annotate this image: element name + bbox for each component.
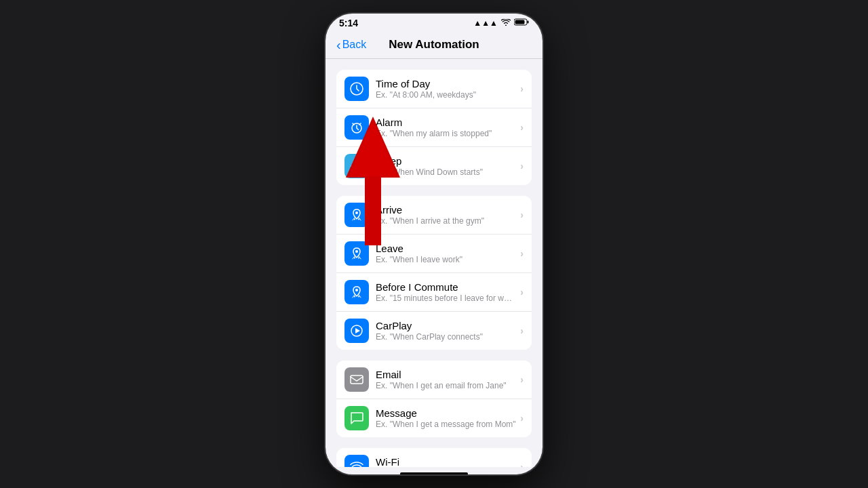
list-group-time: Time of Day Ex. "At 8:00 AM, weekdays" › <box>336 70 532 185</box>
wifi-text: Wi-Fi Ex. "When my iPhone joins home Wi-… <box>376 456 516 467</box>
home-indicator[interactable] <box>326 467 542 474</box>
list-item-carplay[interactable]: CarPlay Ex. "When CarPlay connects" › <box>336 312 532 350</box>
before-commute-subtitle: Ex. "15 minutes before I leave for work" <box>376 293 516 303</box>
time-of-day-title: Time of Day <box>376 78 516 89</box>
arrive-icon <box>344 203 369 227</box>
chevron-icon: › <box>520 248 524 259</box>
leave-subtitle: Ex. "When I leave work" <box>376 255 516 264</box>
sleep-subtitle: Ex. "When Wind Down starts" <box>376 167 516 177</box>
carplay-subtitle: Ex. "When CarPlay connects" <box>376 332 516 342</box>
back-label: Back <box>342 39 367 51</box>
svg-point-14 <box>355 250 358 253</box>
message-title: Message <box>376 407 516 419</box>
status-icons: ▲▲▲ <box>473 18 529 28</box>
list-item-email[interactable]: Email Ex. "When I get an email from Jane… <box>336 361 532 399</box>
home-bar <box>400 472 468 474</box>
section-communication: Email Ex. "When I get an email from Jane… <box>326 361 542 437</box>
content-scroll[interactable]: Time of Day Ex. "At 8:00 AM, weekdays" › <box>326 59 542 467</box>
page-title: New Automation <box>389 38 479 52</box>
carplay-icon <box>344 319 369 343</box>
back-arrow-icon: ‹ <box>336 38 341 52</box>
before-commute-text: Before I Commute Ex. "15 minutes before … <box>376 281 516 303</box>
chevron-icon: › <box>520 413 524 424</box>
signal-icon: ▲▲▲ <box>473 18 498 28</box>
svg-point-11 <box>355 211 358 214</box>
leave-icon <box>344 241 369 266</box>
wifi-icon <box>344 455 369 467</box>
chevron-icon: › <box>520 209 524 220</box>
svg-point-18 <box>354 296 355 298</box>
chevron-icon: › <box>520 462 524 467</box>
before-commute-icon <box>344 280 369 304</box>
svg-rect-1 <box>528 21 529 24</box>
svg-rect-2 <box>515 20 525 24</box>
sleep-icon <box>344 154 369 178</box>
list-group-communication: Email Ex. "When I get an email from Jane… <box>336 361 532 437</box>
status-time: 5:14 <box>339 18 358 28</box>
sleep-text: Sleep Ex. "When Wind Down starts" <box>376 155 516 177</box>
list-item-message[interactable]: Message Ex. "When I get a message from M… <box>336 399 532 437</box>
status-bar: 5:14 ▲▲▲ <box>326 14 542 33</box>
chevron-icon: › <box>520 374 524 385</box>
list-item-sleep[interactable]: Sleep Ex. "When Wind Down starts" › <box>336 147 532 185</box>
list-item-wifi[interactable]: Wi-Fi Ex. "When my iPhone joins home Wi-… <box>336 448 532 467</box>
time-of-day-icon <box>344 77 369 101</box>
wifi-title: Wi-Fi <box>376 456 516 467</box>
time-of-day-text: Time of Day Ex. "At 8:00 AM, weekdays" <box>376 78 516 100</box>
phone-frame: 5:14 ▲▲▲ ‹ Back <box>326 14 542 474</box>
list-item-alarm[interactable]: Alarm Ex. "When my alarm is stopped" › <box>336 108 532 147</box>
time-of-day-subtitle: Ex. "At 8:00 AM, weekdays" <box>376 90 516 100</box>
chevron-icon: › <box>520 325 524 336</box>
message-subtitle: Ex. "When I get a message from Mom" <box>376 420 516 429</box>
alarm-text: Alarm Ex. "When my alarm is stopped" <box>376 117 516 138</box>
leave-text: Leave Ex. "When I leave work" <box>376 243 516 264</box>
email-icon <box>344 367 369 392</box>
svg-point-15 <box>354 258 355 259</box>
arrive-title: Arrive <box>376 204 516 216</box>
message-text: Message Ex. "When I get a message from M… <box>376 407 516 429</box>
list-group-location: Arrive Ex. "When I arrive at the gym" › <box>336 196 532 350</box>
before-commute-title: Before I Commute <box>376 281 516 293</box>
chevron-icon: › <box>520 287 524 298</box>
svg-point-12 <box>354 219 355 220</box>
carplay-title: CarPlay <box>376 320 516 331</box>
arrive-text: Arrive Ex. "When I arrive at the gym" <box>376 204 516 226</box>
svg-marker-21 <box>355 328 360 333</box>
back-button[interactable]: ‹ Back <box>336 38 366 52</box>
nav-bar: ‹ Back New Automation <box>326 33 542 59</box>
list-item-arrive[interactable]: Arrive Ex. "When I arrive at the gym" › <box>336 196 532 235</box>
section-location-based: Arrive Ex. "When I arrive at the gym" › <box>326 196 542 350</box>
list-item-time-of-day[interactable]: Time of Day Ex. "At 8:00 AM, weekdays" › <box>336 70 532 108</box>
section-connectivity: Wi-Fi Ex. "When my iPhone joins home Wi-… <box>326 448 542 467</box>
chevron-icon: › <box>520 161 524 171</box>
svg-rect-22 <box>351 375 363 384</box>
list-item-before-commute[interactable]: Before I Commute Ex. "15 minutes before … <box>336 273 532 312</box>
battery-icon <box>514 18 529 28</box>
svg-point-16 <box>358 258 359 259</box>
sleep-title: Sleep <box>376 155 516 167</box>
email-title: Email <box>376 369 516 380</box>
alarm-subtitle: Ex. "When my alarm is stopped" <box>376 129 516 138</box>
svg-point-19 <box>358 296 359 298</box>
svg-rect-9 <box>353 163 356 166</box>
carplay-text: CarPlay Ex. "When CarPlay connects" <box>376 320 516 342</box>
message-icon <box>344 406 369 430</box>
alarm-icon <box>344 115 369 140</box>
list-group-connectivity: Wi-Fi Ex. "When my iPhone joins home Wi-… <box>336 448 532 467</box>
svg-point-17 <box>355 289 358 291</box>
alarm-title: Alarm <box>376 117 516 128</box>
chevron-icon: › <box>520 122 524 133</box>
svg-point-13 <box>358 219 359 220</box>
email-subtitle: Ex. "When I get an email from Jane" <box>376 381 516 390</box>
wifi-icon <box>501 18 511 28</box>
section-time-based: Time of Day Ex. "At 8:00 AM, weekdays" › <box>326 70 542 185</box>
arrive-subtitle: Ex. "When I arrive at the gym" <box>376 216 516 226</box>
email-text: Email Ex. "When I get an email from Jane… <box>376 369 516 390</box>
list-item-leave[interactable]: Leave Ex. "When I leave work" › <box>336 235 532 273</box>
leave-title: Leave <box>376 243 516 254</box>
chevron-icon: › <box>520 83 524 94</box>
